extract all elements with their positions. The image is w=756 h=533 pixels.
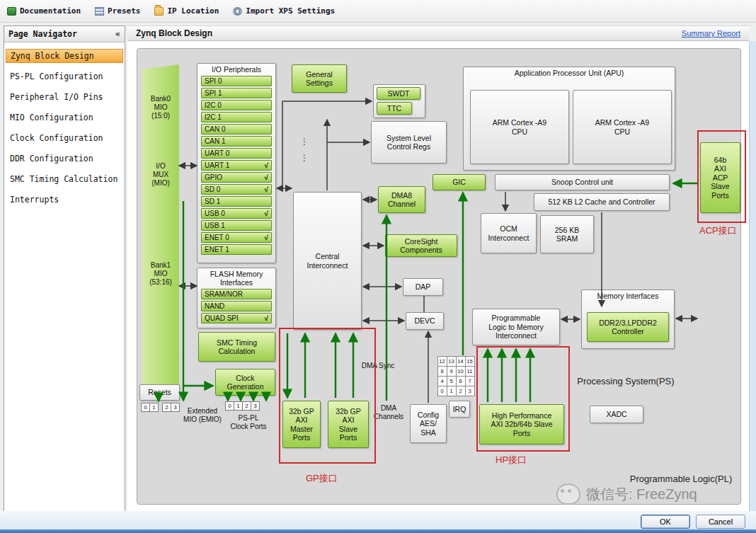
peripheral-enet0[interactable]: ENET 0√ — [201, 232, 272, 243]
page-navigator-header: Page Navigator « — [4, 26, 125, 42]
processing-system-label: Processing System(PS) — [573, 376, 679, 387]
resets-block: Resets — [139, 384, 180, 401]
peripheral-uart1[interactable]: UART 1√ — [201, 160, 272, 171]
dap-block: DAP — [403, 278, 443, 296]
nav-item-ps-pl-configuration[interactable]: PS-PL Configuration — [6, 69, 123, 84]
peripheral-spi1[interactable]: SPI 1 — [201, 88, 272, 98]
flash-nand[interactable]: NAND — [201, 301, 272, 311]
presets-icon — [95, 7, 104, 16]
peripheral-enet1[interactable]: ENET 1 — [201, 244, 272, 255]
vertical-scrollbar[interactable] — [749, 41, 756, 529]
peripheral-gpio[interactable]: GPIO√ — [201, 172, 272, 183]
zynq-block-diagram: Bank0 MIO (15:0) I/O MUX (MIO) Bank1 MIO… — [137, 48, 741, 505]
ip-location-button[interactable]: IP Location — [154, 6, 219, 16]
l2-cache-block: 512 KB L2 Cache and Controller — [534, 193, 670, 211]
snoop-control-unit-block: Snoop Control unit — [495, 174, 670, 190]
ip-location-label: IP Location — [167, 6, 219, 16]
cancel-button[interactable]: Cancel — [696, 515, 745, 529]
dma-channels-label: DMA Channels — [371, 404, 406, 421]
window-bottom-edge — [0, 529, 756, 533]
ps-pl-clock-ports-label: PS-PL Clock Ports — [224, 414, 273, 431]
io-peripherals-title: I/O Peripherals — [212, 65, 261, 74]
peripheral-usb1[interactable]: USB 1 — [201, 220, 272, 231]
peripheral-i2c0[interactable]: I2C 0 — [201, 100, 272, 110]
memory-interfaces-title: Memory Interfaces — [597, 292, 659, 300]
dma-sync-label: DMA Sync — [359, 362, 397, 370]
nav-item-clock-configuration[interactable]: Clock Configuration — [6, 131, 123, 145]
extended-mio-label: Extended MIO (EMIO) — [180, 407, 225, 424]
general-settings-block[interactable]: General Settings — [292, 64, 347, 93]
emio-cells: 2 3 — [162, 403, 179, 412]
import-xps-settings-label: Import XPS Settings — [246, 6, 335, 16]
bank0-mio-label[interactable]: Bank0 MIO (15:0) — [142, 95, 179, 120]
acp-slave-ports-block[interactable]: 64b AXI ACP Slave Ports — [700, 142, 740, 213]
documentation-icon — [7, 7, 16, 16]
smc-timing-calculation-block[interactable]: SMC Timing Calculation — [198, 332, 275, 362]
nav-item-interrupts[interactable]: Interrupts — [6, 193, 123, 207]
peripheral-spi0[interactable]: SPI 0 — [201, 76, 272, 86]
flash-memory-interfaces-box: FLASH Memory Interfaces SRAM/NOR NAND QU… — [197, 268, 276, 328]
config-aes-sha-block: Config AES/ SHA — [410, 404, 447, 443]
ps-pl-clock-cells: 0 1 2 3 — [225, 401, 259, 411]
acp-annotation-label: ACP接口 — [699, 224, 737, 237]
page-navigator-panel: Page Navigator « Zynq Block Design PS-PL… — [4, 25, 125, 527]
presets-button[interactable]: Presets — [95, 6, 140, 16]
presets-label: Presets — [108, 6, 140, 16]
flash-sram-nor[interactable]: SRAM/NOR — [201, 289, 272, 299]
ellipsis-dots: ⋮ — [300, 137, 309, 146]
gp-axi-slave-ports-block[interactable]: 32b GP AXI Slave Ports — [328, 401, 369, 448]
peripheral-i2c1[interactable]: I2C 1 — [201, 112, 272, 122]
gp-annotation-label: GP接口 — [306, 472, 338, 485]
bank1-mio-label[interactable]: Bank1 MIO (53:16) — [142, 261, 179, 287]
swdt-block[interactable]: SWDT — [377, 87, 420, 100]
nav-item-smc-timing-calculation[interactable]: SMC Timing Calculation — [6, 172, 123, 186]
gp-axi-master-ports-block[interactable]: 32b GP AXI Master Ports — [282, 401, 321, 448]
ellipsis-dots: ⋮ — [300, 154, 309, 162]
peripheral-sd0[interactable]: SD 0√ — [201, 184, 272, 195]
apu-title: Application Processor Unit (APU) — [515, 69, 624, 77]
cpu0-block: ARM Cortex -A9 CPU — [470, 90, 569, 164]
irq-number-grid: 12131415 891011 4567 0123 — [437, 356, 474, 396]
nav-item-mio-configuration[interactable]: MIO Configuration — [6, 110, 123, 125]
nav-item-ddr-configuration[interactable]: DDR Configuration — [6, 151, 123, 166]
peripheral-sd1[interactable]: SD 1 — [201, 196, 272, 207]
ttc-block[interactable]: TTC — [377, 102, 412, 115]
coresight-block[interactable]: CoreSight Components — [385, 234, 457, 257]
ddr-controller-block[interactable]: DDR2/3,LPDDR2 Controller — [587, 312, 669, 342]
import-xps-settings-button[interactable]: Import XPS Settings — [233, 6, 335, 16]
watermark: 微信号: FreeZynq — [556, 483, 697, 505]
gic-block[interactable]: GIC — [433, 174, 486, 190]
hp-annotation-label: HP接口 — [496, 454, 527, 466]
peripheral-uart0[interactable]: UART 0 — [201, 148, 272, 159]
peripheral-can0[interactable]: CAN 0 — [201, 124, 272, 134]
watermark-text: 微信号: FreeZynq — [586, 485, 697, 504]
documentation-label: Documentation — [20, 6, 81, 16]
peripheral-usb0[interactable]: USB 0√ — [201, 208, 272, 219]
page-title: Zynq Block Design — [136, 28, 212, 38]
dma8-channel-block[interactable]: DMA8 Channel — [378, 186, 425, 213]
nav-item-peripheral-io-pins[interactable]: Peripheral I/O Pins — [6, 90, 123, 104]
central-interconnect-block: Central Interconnect — [293, 192, 362, 330]
hp-axi-slave-ports-block[interactable]: High Performance AXI 32b/64b Slave Ports — [479, 404, 564, 445]
clock-generation-block[interactable]: Clock Generation — [215, 369, 275, 396]
devc-block: DEVC — [406, 312, 444, 330]
page-navigator-title: Page Navigator — [8, 29, 77, 39]
irq-block: IRQ — [449, 401, 470, 418]
io-mux-label[interactable]: I/O MUX (MIO) — [142, 162, 179, 188]
cpu1-block: ARM Cortex -A9 CPU — [573, 90, 672, 164]
flash-memory-interfaces-title: FLASH Memory Interfaces — [210, 270, 263, 287]
pl-to-memory-interconnect-block: Programmable Logic to Memory Interconnec… — [472, 309, 560, 345]
folder-icon — [154, 7, 164, 16]
io-peripherals-box: I/O Peripherals SPI 0 SPI 1 I2C 0 I2C 1 … — [197, 63, 276, 263]
summary-report-link[interactable]: Summary Report — [682, 29, 740, 38]
nav-item-zynq-block-design[interactable]: Zynq Block Design — [6, 49, 123, 63]
flash-quad-spi[interactable]: QUAD SPI√ — [201, 313, 272, 323]
gear-icon — [233, 7, 242, 16]
documentation-button[interactable]: Documentation — [7, 6, 81, 16]
top-toolbar: Documentation Presets IP Location Import… — [0, 0, 756, 23]
ocm-interconnect-block: OCM Interconnect — [481, 213, 537, 253]
collapse-panel-icon[interactable]: « — [115, 29, 120, 39]
watermark-logo-icon — [556, 483, 580, 505]
ok-button[interactable]: OK — [641, 515, 690, 529]
peripheral-can1[interactable]: CAN 1 — [201, 136, 272, 147]
